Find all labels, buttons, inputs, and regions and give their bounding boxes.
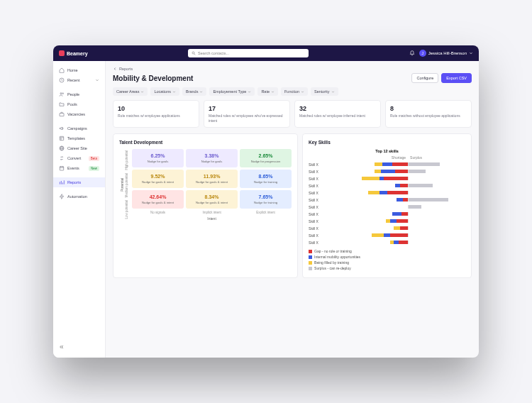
folder-icon xyxy=(59,101,65,107)
chart-icon xyxy=(59,180,65,185)
skill-name: Skill X xyxy=(309,219,328,223)
sidebar-item-templates[interactable]: Templates xyxy=(53,133,105,143)
page-title: Mobility & Development xyxy=(113,74,193,82)
sidebar-item-label: Campaigns xyxy=(67,126,87,131)
kpi-label: Matched roles w/ employee inferred inten… xyxy=(299,114,376,118)
matrix-cell[interactable]: 8.65%Nudge for training xyxy=(240,170,292,188)
filter-seniority[interactable]: Seniority xyxy=(311,87,338,96)
chevron-down-icon xyxy=(331,90,335,94)
chevron-down-icon xyxy=(199,90,203,94)
chevron-down-icon xyxy=(140,90,144,94)
matrix-cell[interactable]: 6.25%Nudge for goals xyxy=(132,149,184,167)
breadcrumb[interactable]: Reports xyxy=(113,67,472,71)
skill-row: Skill X xyxy=(309,176,465,181)
svg-point-3 xyxy=(60,93,62,94)
chevron-down-icon xyxy=(301,90,304,94)
sidebar-item-people[interactable]: People xyxy=(53,89,105,99)
legend-item: Gap - no role or training xyxy=(309,249,465,253)
topbar: Beamery Search contacts... J Jessica Hil… xyxy=(53,45,479,61)
cell-percent: 9.52% xyxy=(133,174,182,179)
kpi-card[interactable]: 32Matched roles w/ employee inferred int… xyxy=(294,100,381,128)
sidebar-item-label: Convert xyxy=(67,156,81,160)
panel-title: Key Skills xyxy=(309,140,465,145)
matrix-cell[interactable]: 9.52%Nudge for goals & intent xyxy=(132,170,184,188)
sidebar-item-label: People xyxy=(67,92,79,96)
configure-button[interactable]: Configure xyxy=(411,73,438,83)
skill-row: Skill X xyxy=(309,233,465,238)
skill-bar xyxy=(328,198,465,202)
svg-rect-12 xyxy=(60,167,63,170)
filter-function[interactable]: Function xyxy=(281,87,308,96)
cell-sublabel: Nudge for training xyxy=(241,201,290,204)
main-content: Reports Mobility & Development Configure… xyxy=(106,61,479,358)
cell-percent: 7.65% xyxy=(241,194,290,199)
talent-matrix: 6.25%Nudge for goals3.38%Nudge for goals… xyxy=(132,149,292,221)
bell-icon[interactable] xyxy=(409,50,415,56)
kpi-card[interactable]: 17Matched roles w/ employees who've expr… xyxy=(204,100,290,128)
matrix-cell[interactable]: 11.93%Nudge for goals & intent xyxy=(186,170,238,188)
search-icon xyxy=(192,51,196,55)
svg-marker-20 xyxy=(60,194,63,199)
user-menu[interactable]: J Jessica Hill-Brenson xyxy=(419,50,473,57)
skill-bar xyxy=(328,205,465,209)
sidebar-item-events[interactable]: EventsNew xyxy=(53,163,105,173)
sidebar-item-vacancies[interactable]: Vacancies xyxy=(53,109,105,119)
sidebar-item-pools[interactable]: Pools xyxy=(53,99,105,109)
kpi-label: Matched roles w/ employees who've expres… xyxy=(209,114,285,123)
chevron-down-icon xyxy=(172,90,176,94)
svg-point-4 xyxy=(62,93,64,94)
clock-icon xyxy=(59,77,65,83)
cell-sublabel: Nudge for goals xyxy=(187,160,236,163)
skill-name: Skill X xyxy=(309,184,328,188)
filter-label: Employement Type xyxy=(213,89,246,94)
kpi-card[interactable]: 10Role matches w/ employee applications xyxy=(113,100,199,128)
sidebar-item-career-site[interactable]: Career Site xyxy=(53,143,105,153)
matrix-cell[interactable]: 8.34%Nudge for goals & intent xyxy=(186,190,238,209)
sidebar-item-home[interactable]: Home xyxy=(53,65,105,75)
cell-sublabel: Nudge for goals & intent xyxy=(187,201,236,204)
filter-brands[interactable]: Brands xyxy=(182,87,206,96)
y-axis-title: Potential xyxy=(119,149,125,221)
skills-subtitle: Top 12 skills xyxy=(309,149,465,153)
sidebar-item-campaigns[interactable]: Campaigns xyxy=(53,123,105,133)
sidebar-item-label: Reports xyxy=(67,180,81,184)
matrix-cell[interactable]: 42.64%Nudge for goals & intent xyxy=(132,190,184,209)
skill-row: Skill X xyxy=(309,190,465,195)
cell-percent: 42.64% xyxy=(133,194,182,199)
brand-logo[interactable]: Beamery xyxy=(59,50,88,56)
skills-column-headers: Shortage Surplus xyxy=(309,155,465,160)
skill-name: Skill X xyxy=(309,177,328,181)
skill-row: Skill X xyxy=(309,240,465,245)
legend-item: Internal mobility opportunities xyxy=(309,255,465,259)
matrix-cell[interactable]: 2.65%Nudge for progression xyxy=(240,149,292,167)
skill-row: Skill X xyxy=(309,169,465,174)
skill-row: Skill X xyxy=(309,226,465,231)
matrix-cell[interactable]: 3.38%Nudge for goals xyxy=(186,149,238,167)
skill-bar xyxy=(328,233,465,237)
search-input[interactable]: Search contacts... xyxy=(188,49,309,57)
matrix-cell[interactable]: 7.65%Nudge for training xyxy=(240,190,292,209)
svg-rect-6 xyxy=(60,136,63,140)
sidebar-item-automation[interactable]: Automation xyxy=(53,192,105,202)
y-label: Medium potential xyxy=(125,173,132,197)
collapse-sidebar[interactable] xyxy=(53,341,105,353)
filter-employement-type[interactable]: Employement Type xyxy=(209,87,255,96)
sidebar-item-reports[interactable]: Reports xyxy=(53,177,105,187)
app-window: Beamery Search contacts... J Jessica Hil… xyxy=(53,45,479,358)
skill-name: Skill X xyxy=(309,205,328,209)
export-csv-button[interactable]: Export CSV xyxy=(441,73,472,83)
sidebar-item-label: Pools xyxy=(67,102,77,106)
cell-sublabel: Nudge for goals & intent xyxy=(133,201,182,204)
kpi-card[interactable]: 8Role matches without employee applicati… xyxy=(385,100,472,128)
sidebar-item-recent[interactable]: Recent xyxy=(53,75,105,85)
user-name: Jessica Hill-Brenson xyxy=(428,51,467,55)
chevron-double-left-icon xyxy=(59,344,65,350)
skill-bar xyxy=(328,191,465,194)
filter-locations[interactable]: Locations xyxy=(150,87,179,96)
cell-sublabel: Nudge for training xyxy=(241,180,290,184)
filter-career-areas[interactable]: Career Areas xyxy=(113,87,148,96)
filter-rate[interactable]: Rate xyxy=(257,87,278,96)
sidebar-item-convert[interactable]: ConvertBeta xyxy=(53,153,105,163)
skill-row: Skill X xyxy=(309,162,465,167)
skill-bar xyxy=(328,170,465,173)
